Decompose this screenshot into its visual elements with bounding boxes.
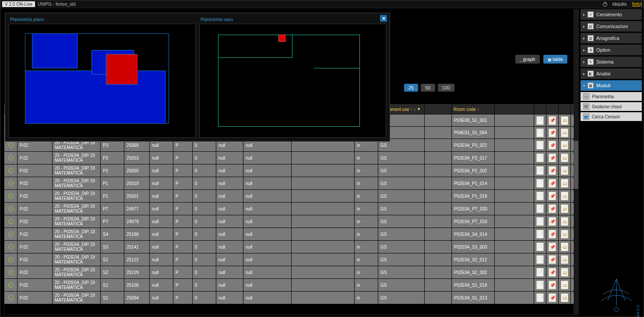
cell: S1 (101, 278, 124, 291)
folder-icon[interactable]: 🗂 (561, 179, 568, 188)
rail-sub-planimetria[interactable]: ▭Planimetria (581, 92, 642, 101)
scroll-thumb[interactable] (574, 141, 578, 189)
pin-icon[interactable]: 📌 (549, 166, 556, 175)
pin-icon[interactable]: 📌 (549, 204, 556, 213)
table-row[interactable]: P.0220 - P02E04_DIP. DI MATEMATICAS32514… (4, 240, 574, 253)
view-icon[interactable]: 📄 (536, 166, 544, 175)
pagesize-25[interactable]: 25 (404, 84, 418, 92)
folder-icon[interactable]: 🗂 (561, 217, 568, 226)
rail-moduli[interactable]: ▾▦Moduli (581, 80, 642, 91)
pagesize-100[interactable]: 100 (438, 84, 454, 92)
view-icon[interactable]: 📄 (536, 281, 544, 289)
col-room-code[interactable]: Room code ↑ (452, 104, 495, 114)
view-icon[interactable]: 📄 (536, 268, 544, 277)
plan-room-panel[interactable]: Planimetria vano (199, 24, 386, 138)
table-row[interactable]: P.0220 - P02E04_DIP. DI MATEMATICAPT2497… (4, 202, 574, 215)
view-icon[interactable]: 📄 (536, 141, 544, 150)
folder-icon[interactable]: 🗂 (561, 128, 568, 137)
cell: 📌 (546, 126, 559, 139)
rail-label: Cerca Censori (592, 114, 620, 119)
view-icon[interactable]: 📄 (536, 217, 544, 226)
folder-icon[interactable]: 🗂 (561, 141, 568, 150)
table-row[interactable]: P.0220 - P02E04_DIP. DI MATEMATICAPT2497… (4, 215, 574, 228)
cell: null (150, 278, 173, 291)
pin-icon[interactable]: 📌 (549, 179, 556, 188)
cell: 🗂 (559, 139, 571, 151)
table-row[interactable]: P.0220 - P02E04_DIP. DI MATEMATICAS12509… (4, 291, 574, 304)
pin-icon[interactable]: 📌 (549, 153, 556, 162)
cell: 📄 (534, 253, 546, 266)
close-icon[interactable]: ✕ (380, 15, 387, 22)
folder-icon[interactable]: 🗂 (561, 116, 568, 125)
table-row[interactable]: P.0220 - P02E04_DIP. DI MATEMATICAP22505… (4, 151, 574, 164)
power-icon[interactable] (603, 2, 607, 7)
cell: null (243, 215, 292, 228)
view-icon[interactable]: 📄 (536, 204, 544, 213)
status-ok-icon (8, 244, 14, 249)
status-ok-icon (8, 282, 14, 288)
view-icon[interactable]: 📄 (536, 192, 544, 200)
username[interactable]: ldejuliis (612, 2, 627, 7)
cell: null (150, 177, 173, 189)
module-icon: ▦ (588, 82, 594, 89)
cell: S1 (101, 291, 124, 304)
folder-icon[interactable]: 🗂 (561, 293, 568, 302)
view-icon[interactable]: 📄 (536, 128, 544, 137)
folder-icon[interactable]: 🗂 (561, 281, 568, 289)
rail-censimento[interactable]: ▸≡Censimento (581, 9, 642, 20)
table-row[interactable]: P.0220 - P02E04_DIP. DI MATEMATICAS22512… (4, 253, 574, 266)
rail-sub-gestione-chiavi[interactable]: ⚿Gestione chiavi (581, 102, 642, 111)
table-row[interactable]: P.0220 - P02E04_DIP. DI MATEMATICAS42518… (4, 228, 574, 240)
view-icon[interactable]: 📄 (536, 242, 544, 251)
pin-icon[interactable]: 📌 (549, 141, 556, 150)
folder-icon[interactable]: 🗂 (561, 153, 568, 162)
folder-icon[interactable]: 🗂 (561, 166, 568, 175)
cell (495, 240, 534, 253)
pin-icon[interactable]: 📌 (549, 293, 556, 302)
info-link[interactable]: [Info] (632, 2, 642, 7)
table-row[interactable]: P.0220 - P02E04_DIP. DI MATEMATICAS12510… (4, 278, 574, 291)
status-ok-icon (8, 295, 14, 300)
pin-icon[interactable]: 📌 (549, 217, 556, 226)
pin-icon[interactable]: 📌 (549, 230, 556, 239)
rail-comunicazioni[interactable]: ▸▤Comunicazioni (581, 21, 642, 32)
pin-icon[interactable]: 📌 (549, 242, 556, 251)
scrollbar[interactable] (574, 9, 579, 315)
rail-sub-cerca-censori[interactable]: 👥Cerca Censori (581, 112, 642, 121)
pin-icon[interactable]: 📌 (549, 268, 556, 277)
pin-icon[interactable]: 📌 (549, 255, 556, 264)
rail-anagrafica[interactable]: ▸▥Anagrafica (581, 33, 642, 43)
pin-icon[interactable]: 📌 (549, 192, 556, 200)
rail-option[interactable]: ▸⚙Option (581, 45, 642, 55)
table-button[interactable]: ▦ table (543, 55, 567, 64)
pin-icon[interactable]: 📌 (549, 128, 556, 137)
cell: P (173, 291, 193, 304)
folder-icon[interactable]: 🗂 (561, 242, 568, 251)
cell: null (216, 151, 243, 164)
plan-floor-panel[interactable]: Planimetria piano (9, 24, 196, 138)
table-row[interactable]: P.0220 - P02E04_DIP. DI MATEMATICAP22505… (4, 164, 574, 177)
table-row[interactable]: P.0220 - P02E04_DIP. DI MATEMATICAP12500… (4, 189, 574, 202)
pin-icon[interactable]: 📌 (549, 116, 556, 125)
view-icon[interactable]: 📄 (536, 230, 544, 239)
cell: in (355, 266, 378, 278)
pin-icon[interactable]: 📌 (549, 281, 556, 289)
cell: P.02 (18, 164, 53, 177)
pagesize-50[interactable]: 50 (421, 84, 435, 92)
folder-icon[interactable]: 🗂 (561, 204, 568, 213)
view-icon[interactable]: 📄 (536, 153, 544, 162)
view-icon[interactable]: 📄 (536, 179, 544, 188)
view-icon[interactable]: 📄 (536, 293, 544, 302)
folder-icon[interactable]: 🗂 (561, 255, 568, 264)
table-row[interactable]: P.0220 - P02E04_DIP. DI MATEMATICAP12501… (4, 177, 574, 189)
graph-button[interactable]: ⏟ graph (515, 55, 540, 64)
rail-sistema[interactable]: ▸✎Sistema (581, 57, 642, 67)
rail-analisi[interactable]: ▸◧Analisi (581, 68, 642, 79)
cell (4, 240, 18, 253)
view-icon[interactable]: 📄 (536, 116, 544, 125)
view-icon[interactable]: 📄 (536, 255, 544, 264)
folder-icon[interactable]: 🗂 (561, 268, 568, 277)
folder-icon[interactable]: 🗂 (561, 230, 568, 239)
folder-icon[interactable]: 🗂 (561, 192, 568, 200)
table-row[interactable]: P.0220 - P02E04_DIP. DI MATEMATICAS22512… (4, 266, 574, 278)
